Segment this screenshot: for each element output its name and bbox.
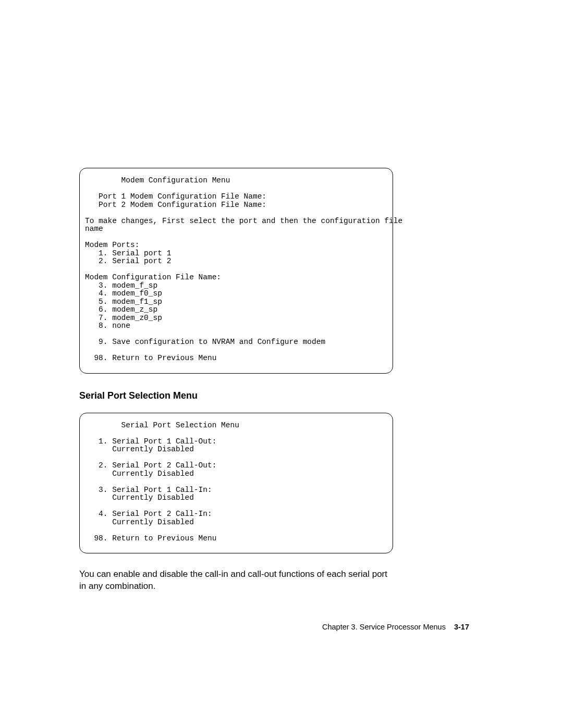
serial-option-2a: 2. Serial Port 2 Call-Out: bbox=[85, 461, 216, 470]
config-option-7: 7. modem_z0_sp bbox=[85, 314, 162, 322]
menu-title: Modem Configuration Menu bbox=[85, 176, 230, 184]
footer-chapter: Chapter 3. Service Processor Menus bbox=[322, 623, 446, 631]
section-title-serial-port-selection: Serial Port Selection Menu bbox=[79, 390, 392, 401]
serial-option-4a: 4. Serial Port 2 Call-In: bbox=[85, 510, 212, 518]
config-file-header: Modem Configuration File Name: bbox=[85, 273, 221, 281]
serial-port-selection-menu-text: Serial Port Selection Menu 1. Serial Por… bbox=[80, 422, 393, 543]
config-option-3: 3. modem_f_sp bbox=[85, 281, 157, 290]
port2-config-line: Port 2 Modem Configuration File Name: bbox=[85, 201, 266, 209]
page-footer: Chapter 3. Service Processor Menus 3-17 bbox=[0, 623, 563, 631]
serial-option-3a: 3. Serial Port 1 Call-In: bbox=[85, 486, 212, 494]
config-option-8: 8. none bbox=[85, 322, 130, 330]
modem-ports-header: Modem Ports: bbox=[85, 241, 139, 249]
modem-configuration-menu-box: Modem Configuration Menu Port 1 Modem Co… bbox=[79, 168, 393, 374]
serial-option-2b: Currently Disabled bbox=[85, 470, 194, 478]
content-column: Modem Configuration Menu Port 1 Modem Co… bbox=[79, 168, 392, 592]
serial-option-1a: 1. Serial Port 1 Call-Out: bbox=[85, 437, 216, 446]
config-option-4: 4. modem_f0_sp bbox=[85, 289, 162, 298]
port1-config-line: Port 1 Modem Configuration File Name: bbox=[85, 192, 266, 201]
config-option-98: 98. Return to Previous Menu bbox=[85, 354, 216, 362]
instructions-line-1: To make changes, First select the port a… bbox=[85, 217, 402, 225]
modem-configuration-menu-text: Modem Configuration Menu Port 1 Modem Co… bbox=[80, 177, 393, 363]
body-paragraph: You can enable and disable the call-in a… bbox=[79, 568, 392, 592]
serial-option-98: 98. Return to Previous Menu bbox=[85, 534, 216, 542]
footer-page-number: 3-17 bbox=[454, 623, 469, 631]
serial-option-1b: Currently Disabled bbox=[85, 445, 194, 453]
config-option-5: 5. modem_f1_sp bbox=[85, 298, 162, 306]
serial-menu-title: Serial Port Selection Menu bbox=[85, 421, 239, 429]
modem-port-option-2: 2. Serial port 2 bbox=[85, 257, 171, 265]
instructions-line-2: name bbox=[85, 225, 103, 233]
serial-port-selection-menu-box: Serial Port Selection Menu 1. Serial Por… bbox=[79, 413, 393, 554]
modem-port-option-1: 1. Serial port 1 bbox=[85, 249, 171, 257]
config-option-6: 6. modem_z_sp bbox=[85, 305, 157, 314]
page: Modem Configuration Menu Port 1 Modem Co… bbox=[0, 0, 563, 728]
serial-option-3b: Currently Disabled bbox=[85, 493, 194, 502]
serial-option-4b: Currently Disabled bbox=[85, 518, 194, 526]
config-option-9: 9. Save configuration to NVRAM and Confi… bbox=[85, 338, 325, 346]
